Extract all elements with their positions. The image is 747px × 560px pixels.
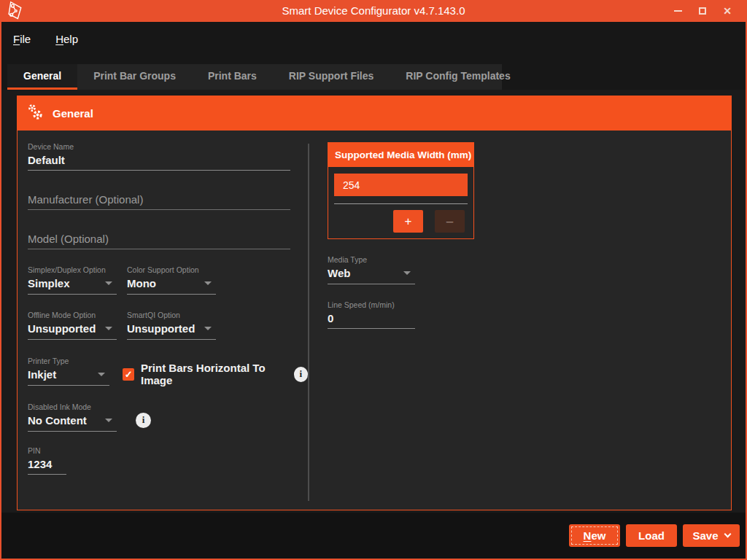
menu-bar: File Help — [1, 22, 746, 55]
device-name-group: Device Name — [28, 142, 308, 171]
tab-print-bar-groups[interactable]: Print Bar Groups — [77, 64, 192, 90]
title-bar: Smart Device Configurator v4.7.143.0 ✕ — [1, 0, 746, 22]
media-width-item[interactable]: 254 — [334, 174, 468, 196]
model-group — [28, 232, 308, 249]
device-name-label: Device Name — [28, 142, 308, 151]
smartqi-value: Unsupported — [127, 322, 195, 335]
manufacturer-group — [28, 192, 308, 210]
menu-help[interactable]: Help — [55, 33, 78, 45]
manufacturer-input[interactable] — [28, 192, 290, 210]
printer-type-select[interactable]: Printer Type Inkjet — [28, 357, 109, 386]
simplex-duplex-label: Simplex/Duplex Option — [28, 265, 117, 274]
supported-media-width-list: 254 + – — [328, 167, 473, 238]
close-button[interactable]: ✕ — [715, 0, 740, 22]
maximize-button[interactable] — [690, 0, 715, 22]
remove-media-width-button[interactable]: – — [435, 210, 465, 233]
printer-type-label: Printer Type — [28, 357, 109, 365]
media-type-select[interactable]: Media Type Web — [328, 255, 415, 284]
media-width-actions: + – — [334, 210, 468, 233]
smartqi-label: SmartQI Option — [127, 311, 216, 319]
window-controls: ✕ — [665, 0, 740, 22]
tab-print-bars[interactable]: Print Bars — [192, 64, 273, 90]
print-bars-horizontal-group: ✓ Print Bars Horizontal To Image i — [123, 362, 308, 386]
chevron-down-icon — [98, 373, 105, 376]
save-button[interactable]: Save — [683, 524, 740, 547]
panel-body: Device Name Simplex/Duplex Option Simple… — [18, 131, 731, 510]
print-bars-horizontal-checkbox[interactable]: ✓ — [123, 368, 134, 381]
print-bars-horizontal-label: Print Bars Horizontal To Image — [141, 362, 287, 386]
chevron-down-icon — [105, 281, 112, 285]
chevron-down-icon — [204, 327, 212, 330]
menu-file[interactable]: File — [13, 33, 31, 45]
add-media-width-button[interactable]: + — [393, 210, 423, 233]
device-name-input[interactable] — [28, 153, 290, 171]
info-icon[interactable]: i — [136, 413, 151, 428]
tab-row: General Print Bar Groups Print Bars RIP … — [1, 55, 746, 90]
media-type-value: Web — [328, 267, 350, 279]
duplex-color-row: Simplex/Duplex Option Simplex Color Supp… — [28, 265, 308, 295]
workspace: General Device Name — [1, 90, 746, 513]
pin-input[interactable] — [28, 457, 66, 475]
general-panel: General Device Name — [17, 96, 732, 510]
disabled-ink-mode-select[interactable]: Disabled Ink Mode No Content — [28, 402, 117, 432]
offline-smartqi-row: Offline Mode Option Unsupported SmartQI … — [28, 311, 308, 340]
minimize-button[interactable] — [665, 0, 690, 22]
minimize-icon — [674, 10, 682, 12]
line-speed-group: Line Speed (m/min) — [328, 300, 731, 329]
model-input[interactable] — [28, 232, 290, 249]
pin-group: PIN — [28, 446, 308, 475]
smartqi-select[interactable]: SmartQI Option Unsupported — [127, 311, 216, 340]
load-button[interactable]: Load — [626, 524, 677, 547]
app-window: Smart Device Configurator v4.7.143.0 ✕ F… — [0, 0, 747, 560]
supported-media-width-title: Supported Media Width (mm) — [328, 143, 473, 167]
supported-media-width-panel: Supported Media Width (mm) 254 + – — [328, 142, 474, 239]
offline-mode-label: Offline Mode Option — [28, 311, 117, 319]
new-button[interactable]: New — [569, 524, 620, 547]
chevron-down-icon — [204, 281, 212, 285]
simplex-duplex-value: Simplex — [28, 277, 70, 289]
tab-rip-support-files[interactable]: RIP Support Files — [273, 64, 390, 90]
panel-title: General — [53, 107, 93, 120]
printer-type-row: Printer Type Inkjet ✓ Print Bars Horizon… — [28, 356, 308, 386]
panel-header: General — [18, 96, 731, 131]
window-title: Smart Device Configurator v4.7.143.0 — [1, 0, 746, 22]
disabled-ink-mode-label: Disabled Ink Mode — [28, 402, 117, 411]
pin-label: PIN — [28, 446, 308, 455]
offline-mode-select[interactable]: Offline Mode Option Unsupported — [28, 311, 117, 340]
left-column: Device Name Simplex/Duplex Option Simple… — [28, 142, 308, 510]
color-support-label: Color Support Option — [127, 265, 216, 274]
disabled-ink-row: Disabled Ink Mode No Content i — [28, 402, 308, 432]
maximize-icon — [699, 7, 706, 15]
tab-general[interactable]: General — [7, 64, 77, 90]
chevron-down-icon — [105, 327, 112, 330]
line-speed-label: Line Speed (m/min) — [328, 300, 731, 309]
gears-icon — [26, 103, 45, 125]
offline-mode-value: Unsupported — [28, 322, 96, 335]
chevron-down-icon — [403, 271, 411, 275]
list-divider — [334, 203, 468, 204]
color-support-select[interactable]: Color Support Option Mono — [127, 265, 216, 295]
printer-type-value: Inkjet — [28, 368, 56, 381]
footer-bar: New Load Save — [1, 513, 746, 559]
line-speed-input[interactable] — [328, 311, 415, 329]
chevron-down-icon — [105, 419, 112, 422]
tab-rip-config-templates[interactable]: RIP Config Templates — [390, 64, 526, 90]
media-type-label: Media Type — [328, 255, 415, 264]
chevron-down-icon — [724, 531, 731, 538]
disabled-ink-mode-value: No Content — [28, 414, 87, 427]
simplex-duplex-select[interactable]: Simplex/Duplex Option Simplex — [28, 265, 117, 295]
tab-strip: General Print Bar Groups Print Bars RIP … — [7, 64, 502, 90]
right-column: Supported Media Width (mm) 254 + – Media… — [309, 142, 731, 510]
info-icon[interactable]: i — [294, 367, 308, 382]
color-support-value: Mono — [127, 277, 156, 289]
